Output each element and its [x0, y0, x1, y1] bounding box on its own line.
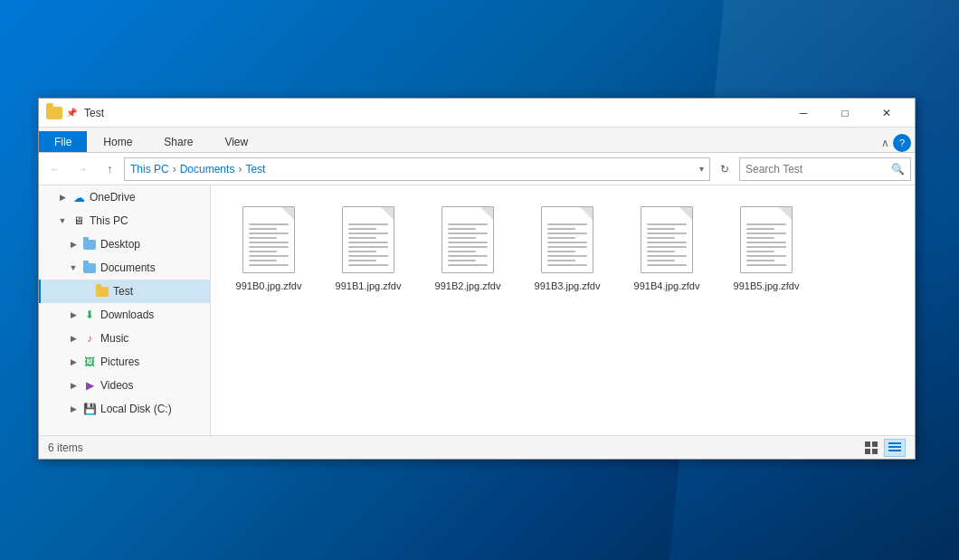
sidebar-item-videos[interactable]: ▶ ▶ Videos	[39, 374, 210, 397]
sidebar: ▶ ☁ OneDrive ▼ 🖥 This PC ▶ Desktop ▼	[39, 185, 211, 435]
pin-icon: 📌	[66, 108, 77, 118]
grid-view-button[interactable]	[860, 439, 882, 457]
sidebar-item-desktop[interactable]: ▶ Desktop	[39, 233, 210, 256]
expand-arrow-music: ▶	[68, 334, 79, 343]
doc-icon-5	[740, 206, 793, 273]
forward-button[interactable]: →	[70, 157, 95, 182]
file-content-area: 991B0.jpg.zfdv	[211, 185, 915, 435]
file-item[interactable]: 991B5.jpg.zfdv	[721, 198, 812, 298]
search-input[interactable]	[745, 163, 888, 176]
downloads-icon: ⬇	[82, 308, 97, 321]
window-controls: ─ □ ✕	[783, 99, 907, 128]
help-button[interactable]: ?	[893, 134, 911, 152]
up-button[interactable]: ↑	[97, 157, 122, 182]
back-button[interactable]: ←	[43, 157, 68, 182]
file-item[interactable]: 991B2.jpg.zfdv	[423, 198, 513, 298]
window-folder-icon	[46, 107, 62, 119]
files-grid: 991B0.jpg.zfdv	[220, 195, 906, 301]
sidebar-item-pictures[interactable]: ▶ 🖼 Pictures	[39, 350, 210, 374]
item-count: 6 items	[48, 441, 83, 454]
svg-rect-5	[888, 446, 901, 448]
tab-home[interactable]: Home	[88, 131, 147, 152]
doc-icon-0	[242, 206, 295, 273]
file-icon-wrap-0	[237, 204, 300, 276]
test-folder-icon	[95, 285, 109, 298]
expand-arrow-desktop: ▶	[68, 240, 79, 249]
sidebar-item-thispc[interactable]: ▼ 🖥 This PC	[39, 209, 210, 233]
address-bar: ← → ↑ This PC › Documents › Test ▾ ↻ 🔍	[39, 153, 915, 185]
tab-share[interactable]: Share	[148, 131, 208, 152]
path-sep-2: ›	[238, 163, 242, 176]
music-icon: ♪	[82, 332, 97, 345]
close-button[interactable]: ✕	[866, 99, 907, 128]
list-view-button[interactable]	[884, 439, 906, 457]
minimize-button[interactable]: ─	[783, 99, 824, 128]
expand-arrow-downloads: ▶	[68, 310, 79, 319]
status-bar: 6 items	[39, 435, 915, 459]
sidebar-item-test[interactable]: Test	[39, 280, 210, 303]
videos-icon: ▶	[82, 379, 97, 392]
path-thispc[interactable]: This PC	[130, 163, 169, 176]
onedrive-icon: ☁	[71, 191, 86, 204]
doc-icon-4	[641, 206, 693, 273]
svg-rect-1	[872, 441, 878, 447]
tab-view[interactable]: View	[209, 131, 263, 152]
localdisk-icon: 💾	[82, 403, 97, 415]
file-item[interactable]: 991B3.jpg.zfdv	[522, 198, 612, 298]
title-bar-icons: 📌	[46, 107, 77, 119]
file-icon-wrap-5	[735, 204, 798, 276]
sidebar-item-downloads[interactable]: ▶ ⬇ Downloads	[39, 303, 210, 327]
maximize-button[interactable]: □	[824, 99, 866, 128]
expand-arrow-documents: ▼	[68, 263, 79, 272]
refresh-button[interactable]: ↻	[712, 157, 737, 182]
address-path[interactable]: This PC › Documents › Test ▾	[124, 157, 710, 181]
main-area: ▶ ☁ OneDrive ▼ 🖥 This PC ▶ Desktop ▼	[39, 185, 915, 435]
expand-arrow-thispc: ▼	[57, 216, 68, 225]
path-sep-1: ›	[173, 163, 176, 176]
sidebar-label-documents: Documents	[100, 261, 156, 274]
doc-icon-3	[541, 206, 593, 273]
file-item[interactable]: 991B4.jpg.zfdv	[622, 198, 712, 298]
sidebar-label-test: Test	[113, 285, 133, 298]
file-name-3: 991B3.jpg.zfdv	[535, 280, 601, 292]
svg-rect-2	[865, 449, 870, 454]
sidebar-item-music[interactable]: ▶ ♪ Music	[39, 327, 210, 350]
file-icon-wrap-1	[337, 204, 400, 276]
search-box[interactable]: 🔍	[739, 157, 911, 181]
desktop-folder-icon	[82, 238, 97, 251]
expand-arrow-videos: ▶	[68, 381, 79, 390]
file-item[interactable]: 991B0.jpg.zfdv	[223, 198, 314, 298]
ribbon-right: ∧ ?	[881, 134, 915, 152]
svg-rect-0	[865, 441, 870, 447]
path-dropdown-icon[interactable]: ▾	[699, 164, 704, 174]
file-name-1: 991B1.jpg.zfdv	[336, 280, 402, 292]
sidebar-label-music: Music	[100, 332, 128, 345]
sidebar-item-localdisk[interactable]: ▶ 💾 Local Disk (C:)	[39, 397, 210, 421]
svg-rect-3	[872, 449, 878, 454]
file-name-2: 991B2.jpg.zfdv	[435, 280, 501, 292]
file-name-5: 991B5.jpg.zfdv	[734, 280, 800, 292]
path-test[interactable]: Test	[245, 163, 265, 176]
window-title: Test	[84, 107, 783, 119]
file-item[interactable]: 991B1.jpg.zfdv	[323, 198, 413, 298]
file-explorer-window: 📌 Test ─ □ ✕ File Home Share View ∧ ? ← …	[38, 98, 916, 460]
sidebar-item-documents[interactable]: ▼ Documents	[39, 256, 210, 280]
sidebar-label-thispc: This PC	[90, 214, 128, 227]
sidebar-label-desktop: Desktop	[100, 238, 140, 251]
file-name-0: 991B0.jpg.zfdv	[236, 280, 302, 292]
tab-file[interactable]: File	[39, 131, 87, 152]
sidebar-item-onedrive[interactable]: ▶ ☁ OneDrive	[39, 185, 210, 209]
sidebar-label-videos: Videos	[100, 379, 133, 392]
documents-folder-icon	[82, 261, 97, 274]
search-icon[interactable]: 🔍	[891, 163, 905, 176]
doc-icon-1	[342, 206, 394, 273]
svg-rect-4	[888, 442, 901, 444]
expand-arrow-localdisk: ▶	[68, 404, 79, 413]
ribbon-tabs: File Home Share View ∧ ?	[39, 128, 915, 153]
view-toggle	[860, 439, 906, 457]
file-icon-wrap-4	[635, 204, 698, 276]
ribbon-collapse-icon[interactable]: ∧	[881, 137, 889, 149]
path-documents[interactable]: Documents	[180, 163, 235, 176]
expand-arrow-pictures: ▶	[68, 357, 79, 366]
pc-icon: 🖥	[71, 214, 86, 227]
